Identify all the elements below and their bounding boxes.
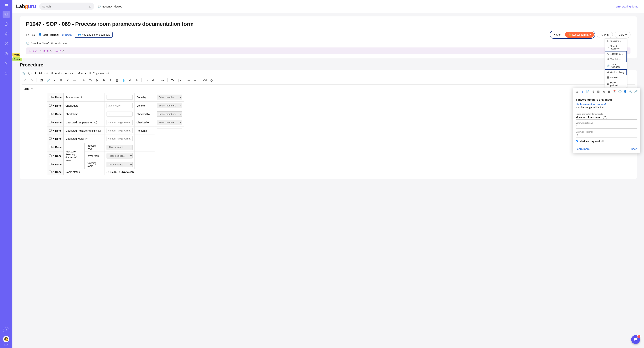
editors-button[interactable]: 👥 You and 8 more can edit <box>75 31 112 38</box>
underline-icon[interactable]: U <box>114 78 120 83</box>
ol-icon[interactable]: ☰▾ <box>170 78 175 83</box>
ip-insert-button[interactable]: Insert <box>630 147 638 150</box>
tag-remove-icon[interactable]: ✕ <box>40 49 42 52</box>
ip-radio-icon[interactable]: ◉ <box>602 89 606 94</box>
tag-sop[interactable]: SOP✕ <box>33 49 42 52</box>
more-visible-to[interactable]: 👁Visible to… <box>605 57 626 62</box>
search-wrap[interactable]: ⌕ <box>39 2 94 10</box>
italic-icon[interactable]: I <box>108 78 113 83</box>
clear-format-icon[interactable]: ⌫ <box>202 78 208 83</box>
bold-icon[interactable]: B <box>101 78 107 83</box>
ip-doc-icon[interactable]: 📄 <box>586 89 590 94</box>
link-icon[interactable]: 🔗 <box>45 78 51 83</box>
hamburger-icon[interactable]: ☰ <box>4 2 8 7</box>
more-duplicate[interactable]: ⧉Duplicate… <box>605 38 627 44</box>
outdent-icon[interactable]: ⇤ <box>186 78 192 83</box>
radio-not-clean[interactable]: Not clean <box>119 171 134 173</box>
done-checkbox[interactable] <box>49 129 52 132</box>
nav-icon-microscope[interactable] <box>2 60 10 67</box>
tag-remove-icon[interactable]: ✕ <box>50 49 52 52</box>
add-spreadsheet-button[interactable]: ⊞ Add spreadsheet <box>51 72 74 75</box>
help-icon[interactable]: ? <box>3 327 9 334</box>
ip-learn-more[interactable]: Learn more <box>576 147 590 150</box>
process-step-input[interactable] <box>106 95 133 100</box>
undo-icon[interactable]: ↶ <box>22 78 28 83</box>
ip-required-checkbox[interactable] <box>576 140 578 142</box>
align-icon[interactable]: ≡▾ <box>160 78 166 83</box>
humidity-input[interactable] <box>106 128 133 133</box>
strike-icon[interactable]: S <box>134 78 140 83</box>
more-version-history[interactable]: ↺Version history <box>605 70 626 75</box>
more-archive[interactable]: 🗄Archive <box>605 75 627 80</box>
highlight-icon[interactable]: 🖊 <box>127 78 133 83</box>
table-icon[interactable]: ⊞ <box>58 78 64 83</box>
ip-text-icon[interactable]: A <box>575 89 579 94</box>
ip-min-input[interactable] <box>576 124 638 129</box>
ip-check-icon[interactable]: ☑ <box>596 89 600 94</box>
locked-format-button[interactable]: 🔒 Locked format ▾ <box>565 32 594 38</box>
superscript-icon[interactable]: x² <box>150 78 156 83</box>
checked-on-select[interactable]: Select member... <box>156 120 182 125</box>
add-text-button[interactable]: A Add text <box>35 72 48 75</box>
foyer-room-select[interactable]: Please select... <box>106 153 133 158</box>
video-icon[interactable]: ■ <box>52 78 58 83</box>
ip-link-icon[interactable]: 🔗 <box>634 89 638 94</box>
done-checkbox[interactable] <box>49 171 52 173</box>
radio-clean[interactable]: Clean <box>106 171 116 173</box>
done-on-select[interactable]: Select member... <box>156 103 182 108</box>
image-icon[interactable]: 🖼 <box>38 78 44 83</box>
nav-icon-idea[interactable] <box>2 30 10 38</box>
recently-viewed[interactable]: 🕘 Recently Viewed <box>98 5 122 8</box>
ip-flask-icon[interactable]: ⚗ <box>591 89 595 94</box>
ip-required-row[interactable]: Mark as required i <box>576 140 638 143</box>
search-icon[interactable]: ⌕ <box>89 4 91 8</box>
hr-icon[interactable]: — <box>72 78 77 83</box>
font-size-icon[interactable]: T↕ <box>88 78 94 83</box>
more-linked[interactable]: 🔗Linked resources <box>605 62 627 69</box>
info-icon[interactable]: i <box>602 140 604 142</box>
checked-by-select[interactable]: Select member... <box>156 111 182 117</box>
remarks-textarea[interactable] <box>156 129 182 152</box>
redo-icon[interactable]: ↷ <box>29 78 35 83</box>
duration-input[interactable] <box>51 42 77 45</box>
water-ph-input[interactable] <box>106 136 133 141</box>
check-date-input[interactable] <box>106 103 133 108</box>
more-editable-by[interactable]: ✎Editable by… <box>605 51 626 57</box>
target-icon[interactable]: ◎ <box>208 78 214 83</box>
done-checkbox[interactable] <box>49 163 52 165</box>
biodata-link[interactable]: BioData <box>62 33 72 36</box>
ip-date-icon[interactable]: 📅 <box>612 89 616 94</box>
comment-button[interactable]: 💬 <box>28 72 32 75</box>
gowning-room-select[interactable]: Please select... <box>106 162 133 167</box>
paragraph-icon[interactable]: ¶▾ <box>94 78 100 83</box>
font-family-icon[interactable]: A▾ <box>81 78 87 83</box>
process-room-select[interactable]: Please select... <box>106 145 133 150</box>
search-input[interactable] <box>42 5 89 8</box>
tag-p1047[interactable]: P1047✕ <box>54 49 64 52</box>
done-checkbox[interactable] <box>49 113 52 115</box>
ip-number-icon[interactable]: # <box>580 89 584 94</box>
more-delete[interactable]: 🗑Delete protocol… <box>605 80 627 88</box>
tag-form[interactable]: form✕ <box>44 49 52 52</box>
ip-max-input[interactable] <box>576 133 638 137</box>
text-color-icon[interactable]: 💧 <box>120 78 126 83</box>
done-checkbox[interactable] <box>49 146 52 148</box>
ip-user-icon[interactable]: 👤 <box>623 89 627 94</box>
done-checkbox[interactable] <box>49 154 52 157</box>
nav-icon-clipboard[interactable] <box>2 20 10 28</box>
subscript-icon[interactable]: x₂ <box>144 78 149 83</box>
ip-wrench-icon[interactable]: 🔧 <box>628 89 633 94</box>
edit-form-icon[interactable]: ✎ <box>31 87 34 90</box>
toolbar-more[interactable]: More ▾ <box>78 72 86 75</box>
done-checkbox[interactable] <box>49 96 52 98</box>
chat-bubble[interactable]: 2 <box>631 335 640 344</box>
more-share[interactable]: ↗Share to repository <box>605 44 627 51</box>
owner[interactable]: 👤 Ben Harpazi <box>38 33 59 36</box>
check-time-input[interactable] <box>106 112 133 116</box>
nav-icon-network[interactable] <box>2 40 10 47</box>
ip-hint-input[interactable] <box>576 105 638 110</box>
logo[interactable]: Labguru <box>16 3 36 9</box>
nav-icon-inventory[interactable] <box>2 10 10 18</box>
temperature-input[interactable] <box>106 120 133 125</box>
done-checkbox[interactable] <box>49 121 52 123</box>
